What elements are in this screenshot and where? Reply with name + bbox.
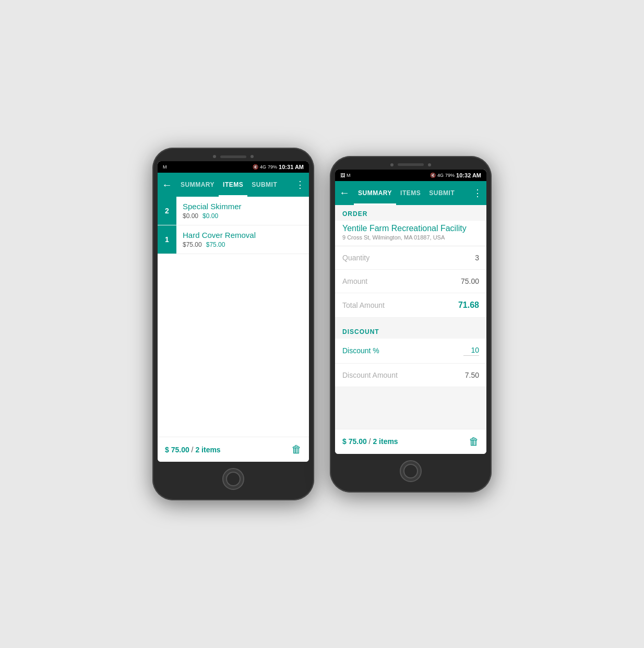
gmail-icon: M (163, 164, 167, 170)
phone-top-left (158, 155, 309, 158)
tab-bar-right: ← SUMMARY ITEMS SUBMIT ⋮ (335, 181, 486, 205)
delete-button-left[interactable]: 🗑 (291, 443, 302, 455)
total-currency-right: $ (342, 437, 347, 446)
price-original-2: $75.00 (183, 241, 202, 248)
phone-bottom-left (158, 468, 309, 490)
item-number-1: 2 (158, 197, 176, 225)
camera-dot-2 (251, 155, 254, 158)
total-amount-right: 75.00 (349, 437, 367, 446)
item-prices-1: $0.00 $0.00 (183, 212, 303, 220)
quantity-value: 3 (475, 254, 479, 262)
items-count-left: 2 items (195, 446, 220, 454)
home-button-inner-right (403, 464, 418, 478)
more-button-left[interactable]: ⋮ (295, 179, 305, 190)
discount-percent-value[interactable]: 10 (463, 346, 479, 356)
camera-dot-r (390, 163, 393, 166)
section-divider-2 (335, 387, 486, 429)
price-original-1: $0.00 (183, 212, 198, 220)
speaker-bar-r (398, 163, 424, 166)
bottom-bar-left: $ 75.00 / 2 items 🗑 (158, 437, 309, 462)
item-number-2: 1 (158, 225, 176, 254)
gmail-icon-r: M (347, 173, 351, 178)
quantity-row: Quantity 3 (335, 246, 486, 270)
bottom-total-right: $ 75.00 / 2 items (342, 437, 398, 446)
items-count-right: 2 items (373, 437, 398, 446)
home-button-right[interactable] (400, 460, 422, 482)
item-name-1: Special Skimmer (183, 202, 303, 211)
status-left: M (163, 164, 167, 170)
discount-amount-row: Discount Amount 7.50 (335, 364, 486, 387)
image-icon: 🖼 (340, 173, 345, 178)
discount-percent-row: Discount % 10 (335, 339, 486, 364)
delete-button-right[interactable]: 🗑 (469, 436, 479, 448)
tab-submit-right[interactable]: SUBMIT (425, 181, 459, 205)
back-button-right[interactable]: ← (339, 187, 350, 199)
total-amount-value: 71.68 (458, 301, 479, 310)
summary-content: ORDER Yentile Farm Recreational Facility… (335, 205, 486, 429)
order-section-label: ORDER (335, 205, 486, 221)
total-amount-row: Total Amount 71.68 (335, 293, 486, 318)
total-amount-label: Total Amount (342, 301, 385, 309)
battery-text: 79% (268, 164, 277, 170)
more-button-right[interactable]: ⋮ (473, 187, 482, 199)
tab-bar-left: ← SUMMARY ITEMS SUBMIT ⋮ (158, 173, 309, 197)
total-amount-left: 75.00 (171, 446, 189, 454)
table-row: 2 Special Skimmer $0.00 $0.00 (158, 197, 309, 225)
home-button-left[interactable] (222, 468, 244, 490)
table-row: 1 Hard Cover Removal $75.00 $75.00 (158, 225, 309, 254)
section-divider (335, 318, 486, 323)
phone-bottom-right (335, 460, 486, 482)
amount-row: Amount 75.00 (335, 270, 486, 293)
status-bar-right: 🖼 M 🔇 4G 79% 10:32 AM (335, 170, 486, 181)
tabs-right: SUMMARY ITEMS SUBMIT (354, 181, 473, 205)
discount-section-label: DISCOUNT (335, 323, 486, 339)
status-bar-left: M 🔇 4G 79% 10:31 AM (158, 161, 309, 173)
status-left-r: 🖼 M (340, 173, 351, 178)
tab-items-left[interactable]: ITEMS (219, 173, 247, 197)
speaker-bar (220, 155, 246, 158)
bottom-total-left: $ 75.00 / 2 items (165, 446, 221, 454)
status-right: 🔇 4G 79% 10:31 AM (253, 164, 304, 170)
tab-summary-right[interactable]: SUMMARY (354, 181, 396, 205)
time-left: 10:31 AM (279, 164, 304, 170)
discount-amount-value: 7.50 (465, 371, 479, 379)
phone-screen-left: M 🔇 4G 79% 10:31 AM ← SUMMARY ITEMS SUBM… (158, 161, 309, 462)
item-details-1[interactable]: Special Skimmer $0.00 $0.00 (176, 197, 309, 225)
time-right: 10:32 AM (456, 172, 481, 178)
phone-screen-right: 🖼 M 🔇 4G 79% 10:32 AM ← SUMMARY ITEMS SU… (335, 170, 486, 454)
back-button-left[interactable]: ← (162, 179, 172, 191)
empty-space-left (158, 254, 309, 437)
total-currency-left: $ (165, 446, 169, 454)
discount-percent-label: Discount % (342, 346, 379, 355)
tabs-left: SUMMARY ITEMS SUBMIT (176, 173, 295, 197)
facility-name: Yentile Farm Recreational Facility (335, 221, 486, 234)
tab-submit-left[interactable]: SUBMIT (247, 173, 281, 197)
tab-summary-left[interactable]: SUMMARY (176, 173, 219, 197)
items-list: 2 Special Skimmer $0.00 $0.00 1 Hard Cov… (158, 197, 309, 254)
discount-amount-label: Discount Amount (342, 371, 398, 379)
amount-value: 75.00 (461, 277, 479, 285)
bottom-bar-right: $ 75.00 / 2 items 🗑 (335, 429, 486, 454)
status-right-r: 🔇 4G 79% 10:32 AM (430, 172, 481, 178)
battery-text-r: 79% (445, 173, 455, 178)
facility-address: 9 Cross St, Wilmington, MA 01887, USA (335, 234, 486, 246)
signal-icon: 4G (260, 164, 266, 170)
mute-icon: 🔇 (253, 164, 258, 170)
item-prices-2: $75.00 $75.00 (183, 241, 303, 248)
camera-dot (213, 155, 216, 158)
phone-left: M 🔇 4G 79% 10:31 AM ← SUMMARY ITEMS SUBM… (152, 148, 314, 500)
camera-dot-r2 (428, 163, 431, 166)
home-button-inner-left (226, 472, 241, 486)
quantity-label: Quantity (342, 254, 369, 262)
amount-label: Amount (342, 277, 367, 285)
item-name-2: Hard Cover Removal (183, 231, 303, 239)
tab-items-right[interactable]: ITEMS (396, 181, 425, 205)
item-details-2[interactable]: Hard Cover Removal $75.00 $75.00 (176, 225, 309, 254)
mute-icon-r: 🔇 (430, 173, 436, 178)
phone-right: 🖼 M 🔇 4G 79% 10:32 AM ← SUMMARY ITEMS SU… (330, 156, 492, 493)
signal-icon-r: 4G (437, 173, 444, 178)
price-discounted-2: $75.00 (206, 241, 225, 248)
price-discounted-1: $0.00 (202, 212, 218, 220)
phone-top-right (335, 163, 486, 166)
